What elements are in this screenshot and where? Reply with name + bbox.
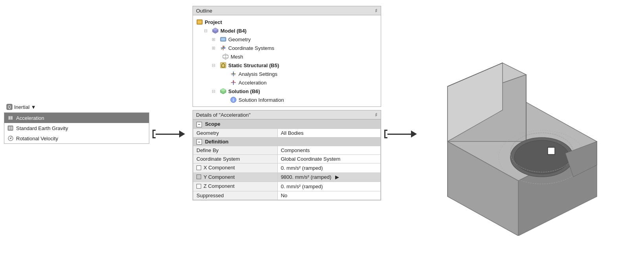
solution-icon xyxy=(220,88,227,95)
details-table: − Scope Geometry All Bodies − Definition… xyxy=(193,119,381,200)
svg-marker-20 xyxy=(224,47,226,49)
gravity-label: Standard Earth Gravity xyxy=(16,125,68,131)
coordinate-system-value[interactable]: Global Coordinate System xyxy=(277,155,380,163)
y-component-label: Y Component xyxy=(204,174,235,180)
square-indicator xyxy=(548,147,555,154)
z-component-value[interactable]: 0. mm/s² (ramped) xyxy=(277,182,380,191)
scope-geometry-row: Geometry All Bodies xyxy=(193,128,381,137)
x-component-row: X Component 0. mm/s² (ramped) xyxy=(193,163,381,173)
tree-mesh[interactable]: Mesh xyxy=(196,52,378,61)
details-panel: Details of "Acceleration" ♯ − Scope Geom… xyxy=(193,110,381,200)
model-icon xyxy=(212,27,219,34)
gravity-icon xyxy=(7,125,14,131)
tree-analysis-settings[interactable]: Analysis Settings xyxy=(196,70,378,78)
menu-item-rotational-velocity[interactable]: Rotational Velocity xyxy=(4,133,149,143)
scope-geometry-value[interactable]: All Bodies xyxy=(277,128,380,137)
scope-toggle[interactable]: − xyxy=(196,122,202,127)
mesh-icon xyxy=(222,53,229,60)
outline-titlebar: Outline ♯ xyxy=(193,6,381,15)
svg-text:i: i xyxy=(233,98,234,102)
inertial-menu: Q Inertial ▼ Acceleration Standard Earth… xyxy=(4,102,149,144)
tree-static-structural[interactable]: ⊟ Static Structural (B5) xyxy=(196,61,378,70)
static-structural-icon xyxy=(220,62,227,69)
outline-title: Outline xyxy=(196,8,212,14)
tree-geometry[interactable]: ⊞ Geometry xyxy=(196,35,378,44)
tree-coordinate-systems[interactable]: ⊞ Coordinate Systems xyxy=(196,44,378,52)
svg-marker-19 xyxy=(222,46,224,47)
x-component-label: X Component xyxy=(204,165,235,171)
model-label: Model (B4) xyxy=(220,28,246,34)
outline-panel: Outline ♯ Project ⊟ Model (B4) xyxy=(193,6,381,107)
y-component-text: 9800. mm/s² (ramped) xyxy=(281,174,332,180)
tree-project[interactable]: Project xyxy=(196,18,378,26)
tree-model[interactable]: ⊟ Model (B4) xyxy=(196,26,378,35)
suppressed-row: Suppressed No xyxy=(193,191,381,200)
z-component-row: Z Component 0. mm/s² (ramped) xyxy=(193,182,381,191)
acceleration-icon xyxy=(7,115,14,121)
define-by-key: Define By xyxy=(193,146,278,155)
acceleration-tree-label: Acceleration xyxy=(239,80,267,86)
coordinate-icon xyxy=(220,44,227,51)
arrow1 xyxy=(152,130,185,138)
arrow1-head xyxy=(179,130,185,138)
tree-container: Project ⊟ Model (B4) ⊞ Geo xyxy=(193,15,381,106)
x-component-checkbox-cell: X Component xyxy=(196,165,235,171)
z-component-key: Z Component xyxy=(193,182,278,191)
acceleration-label: Acceleration xyxy=(16,115,44,121)
coordinate-label: Coordinate Systems xyxy=(228,45,274,51)
scope-section-header[interactable]: − Scope xyxy=(193,120,381,129)
definition-toggle[interactable]: − xyxy=(196,139,202,145)
coordinate-system-key: Coordinate System xyxy=(193,155,278,163)
y-checkbox[interactable] xyxy=(196,174,201,179)
coordinate-system-row: Coordinate System Global Coordinate Syst… xyxy=(193,155,381,163)
tree-solution[interactable]: ⊟ Solution (B6) xyxy=(196,87,378,95)
scope-geometry-key: Geometry xyxy=(193,128,278,137)
x-component-key: X Component xyxy=(193,163,278,173)
y-component-value[interactable]: 9800. mm/s² (ramped) ▶ xyxy=(277,173,380,182)
tree-dashes-2: ⊞ xyxy=(212,37,215,42)
x-checkbox[interactable] xyxy=(196,165,201,170)
svg-text:Q: Q xyxy=(8,105,11,109)
z-component-checkbox-cell: Z Component xyxy=(196,183,235,189)
definition-section-header[interactable]: − Definition xyxy=(193,137,381,146)
svg-point-44 xyxy=(514,140,569,174)
details-pin[interactable]: ♯ xyxy=(375,112,378,118)
define-by-row: Define By Components xyxy=(193,146,381,155)
right-3d-panel xyxy=(416,31,613,236)
x-component-value[interactable]: 0. mm/s² (ramped) xyxy=(277,163,380,173)
outline-pin[interactable]: ♯ xyxy=(375,7,378,14)
scope-label: Scope xyxy=(205,121,220,127)
arrow1-line xyxy=(156,134,179,135)
svg-marker-31 xyxy=(233,80,234,82)
inertial-icon: Q xyxy=(6,104,13,110)
y-component-checkbox-cell: Y Component xyxy=(196,174,235,180)
menu-item-acceleration[interactable]: Acceleration xyxy=(4,113,149,123)
inertial-header[interactable]: Q Inertial ▼ xyxy=(4,102,149,112)
menu-item-standard-earth-gravity[interactable]: Standard Earth Gravity xyxy=(4,123,149,133)
solution-info-icon: i xyxy=(230,96,237,103)
tree-dashes-5: ⊟ xyxy=(212,89,215,94)
tree-dashes-4: ⊟ xyxy=(212,63,215,68)
tree-dashes-3: ⊞ xyxy=(212,46,215,51)
svg-rect-15 xyxy=(221,38,225,40)
tree-solution-information[interactable]: i Solution Information xyxy=(196,95,378,104)
inertial-label: Inertial ▼ xyxy=(14,104,36,110)
static-structural-label: Static Structural (B5) xyxy=(228,62,279,68)
menu-list: Acceleration Standard Earth Gravity Rota… xyxy=(4,112,149,144)
tree-acceleration[interactable]: Acceleration xyxy=(196,78,378,87)
solution-label: Solution (B6) xyxy=(228,88,260,94)
svg-rect-11 xyxy=(198,20,202,24)
analysis-settings-label: Analysis Settings xyxy=(239,71,277,77)
analysis-settings-icon xyxy=(230,70,237,77)
details-title: Details of "Acceleration" xyxy=(196,112,251,118)
arrow1-left-bracket xyxy=(152,130,156,138)
y-component-key: Y Component xyxy=(193,173,278,182)
suppressed-value[interactable]: No xyxy=(277,191,380,200)
define-by-value[interactable]: Components xyxy=(277,146,380,155)
y-component-row: Y Component 9800. mm/s² (ramped) ▶ xyxy=(193,173,381,182)
project-label: Project xyxy=(205,19,222,25)
project-icon xyxy=(196,18,203,26)
rotational-label: Rotational Velocity xyxy=(16,136,58,141)
acceleration-tree-icon xyxy=(230,79,237,86)
z-checkbox[interactable] xyxy=(196,184,201,189)
